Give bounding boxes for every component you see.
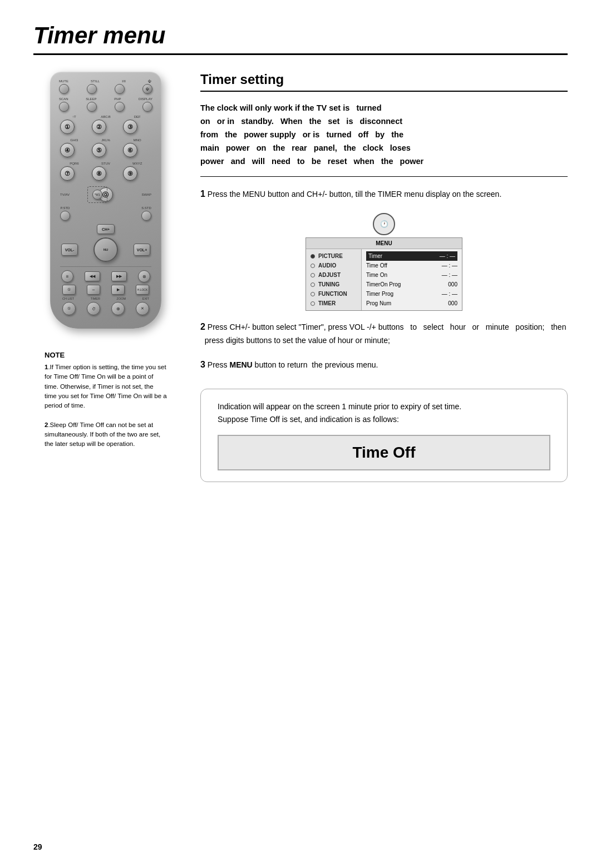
dot-picture <box>311 254 315 259</box>
button-6[interactable]: ⑥ <box>123 143 137 157</box>
num-labels-3: PQR6 STUV WXYZ <box>58 162 154 165</box>
page-title: Timer menu <box>33 22 568 49</box>
vol-plus-area: VOL+ <box>134 244 150 256</box>
indication-box: Indication will appear on the screen 1 m… <box>200 389 568 482</box>
num-grid-row2: ④ ⑤ ⑥ <box>58 143 154 157</box>
forward-button[interactable]: ▶▶ <box>111 271 127 281</box>
icon-row: ≡ ◀◀ ▶▶ ⊗ <box>58 270 154 282</box>
button-3[interactable]: ③ <box>123 120 137 134</box>
dot-audio <box>311 264 315 268</box>
step-1-text: 1 Press the MENU button and CH+/- button… <box>200 187 568 201</box>
remote-row-2 <box>58 102 154 112</box>
submenu-timeon-val: — : — <box>442 272 457 278</box>
page-container: Timer menu MUTE STILL I/II ⏻ <box>0 0 601 868</box>
display-label: DISPLAY <box>139 97 152 101</box>
submenu-timeron-prog: TimerOn Prog 000 <box>366 280 457 289</box>
btn-1-play[interactable]: ① <box>62 285 76 295</box>
menu-item-function: FUNCTION <box>306 289 361 299</box>
num-labels-2: GHI3 JKL% MNO <box>58 138 154 142</box>
rewind-button[interactable]: ◀◀ <box>85 271 100 281</box>
section-title: Timer setting <box>200 72 568 92</box>
submenu-prognum-val: 000 <box>448 300 457 306</box>
exit-icon-button[interactable]: ⊗ <box>138 270 150 282</box>
button-1[interactable]: ① <box>60 120 75 134</box>
exit-label: EXIT <box>142 297 149 300</box>
chlist-button[interactable]: ① <box>62 302 76 315</box>
scan-button[interactable] <box>59 102 69 112</box>
menu-label: MENU <box>306 238 462 249</box>
note-section: NOTE 1.If Timer option is setting, the t… <box>45 351 167 449</box>
sstd-label: S.STD <box>141 206 151 210</box>
inner-btn[interactable]: *W1 <box>92 190 102 200</box>
note-point-2: 2.Sleep Off/ Time Off can not be set at … <box>45 420 167 449</box>
pstd-row: P.STD S.STD <box>58 206 154 221</box>
nu-label: NU <box>104 248 109 251</box>
display-button[interactable] <box>142 102 152 112</box>
special-row: TV/AV ⓪ *W1 SWAP <box>58 185 154 204</box>
nu-inner: NU <box>95 239 117 261</box>
button-4[interactable]: ④ <box>60 143 75 157</box>
remote-wrapper: MUTE STILL I/II ⏻ ⏻ SCAN SLEEP <box>45 72 167 329</box>
exit-bottom-button[interactable]: ✕ <box>136 302 149 315</box>
zoom-label: ZOOM <box>117 297 126 300</box>
menu-item-timer: TIMER <box>306 299 361 308</box>
btn-minus-play[interactable]: − <box>87 285 100 295</box>
time-off-display: Time Off <box>218 435 550 470</box>
vol-row: VOL- NU VOL+ <box>58 237 154 262</box>
mute-button[interactable] <box>59 84 69 94</box>
power-button[interactable]: ⏻ <box>142 84 152 94</box>
button-2[interactable]: ② <box>92 120 106 134</box>
dashed-box: *W1 <box>87 186 107 203</box>
dot-adjust <box>311 273 315 277</box>
left-column: MUTE STILL I/II ⏻ ⏻ SCAN SLEEP <box>33 72 178 449</box>
submenu-timeron-label: TimerOn Prog <box>366 281 401 287</box>
zoom-button[interactable]: ⊕ <box>111 302 125 315</box>
scan-label: SCAN <box>59 97 68 101</box>
menu-item-adjust: ADJUST <box>306 270 361 280</box>
chlist-label: CH LIST <box>62 297 74 300</box>
menu-right: Timer — : — Time Off — : — Time On — : — <box>362 249 462 310</box>
page-number: 29 <box>33 842 42 851</box>
timer-button[interactable]: ⏱ <box>87 302 100 315</box>
button-8[interactable]: ⑧ <box>92 166 106 181</box>
pstd-button[interactable] <box>60 211 70 221</box>
num-grid-row1: ① ② ③ <box>58 120 154 134</box>
button-5[interactable]: ⑤ <box>92 143 106 157</box>
bottom-row: ① ⏱ ⊕ ✕ <box>58 302 154 315</box>
submenu-prognum-label: Prog Num <box>366 300 391 306</box>
timer-label: TIMER <box>91 297 100 300</box>
nu-button[interactable]: NU <box>93 237 118 262</box>
dot-tuning <box>311 282 315 287</box>
page-header: Timer menu <box>33 22 568 55</box>
vol-plus-button[interactable]: VOL+ <box>134 244 150 256</box>
still-button[interactable] <box>87 84 97 94</box>
submenu-timer-highlight: Timer — : — <box>366 251 457 261</box>
pip-button[interactable] <box>115 84 125 94</box>
remote-control: MUTE STILL I/II ⏻ ⏻ SCAN SLEEP <box>50 72 161 329</box>
main-layout: MUTE STILL I/II ⏻ ⏻ SCAN SLEEP <box>33 72 568 482</box>
menu-frame: MENU PICTURE AUDIO ADJUST TUNING FUNCTIO… <box>306 237 462 311</box>
menu-bold: MENU <box>229 360 252 369</box>
sleep-button[interactable] <box>87 102 97 112</box>
btn-play-center[interactable]: ▶ <box>111 285 125 295</box>
menu-icon-button[interactable]: ≡ <box>61 270 73 282</box>
button-7[interactable]: ⑦ <box>60 166 75 181</box>
dot-timer <box>311 301 315 306</box>
menu-screenshot: 🕐 MENU PICTURE AUDIO ADJUST TUNING FUNCT… <box>200 212 568 311</box>
button-9[interactable]: ⑨ <box>123 166 137 181</box>
btn-hlock[interactable]: H.LOCK <box>136 285 149 295</box>
note-point-1: 1.If Timer option is setting, the time y… <box>45 363 167 410</box>
ch-row: CH+ <box>58 224 154 234</box>
php-button[interactable] <box>115 102 125 112</box>
step-2-text: 2 Press CH+/- button select "Timer", pre… <box>200 320 568 346</box>
submenu-timeoff: Time Off — : — <box>366 261 457 270</box>
sstd-button[interactable] <box>141 211 151 221</box>
submenu-timer-label: Timer <box>368 253 382 259</box>
step-3-num: 3 <box>200 360 205 369</box>
menu-outer: 🕐 MENU PICTURE AUDIO ADJUST TUNING FUNCT… <box>306 225 462 311</box>
pstd-area: P.STD <box>60 206 70 221</box>
power-label: ⏻ <box>148 80 151 83</box>
ch-plus-button[interactable]: CH+ <box>97 224 115 234</box>
vol-minus-button[interactable]: VOL- <box>61 244 78 256</box>
note-text: 1.If Timer option is setting, the time y… <box>45 363 167 449</box>
